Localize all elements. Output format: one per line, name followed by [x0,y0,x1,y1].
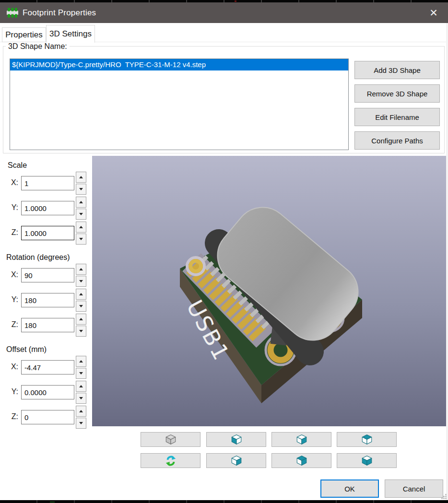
axis-z-label: Z: [0,228,18,237]
view-top-button[interactable] [337,432,397,447]
3d-model-render: USB1 [92,156,446,426]
shape-list-item-selected[interactable]: ${KIPRJMOD}/Type-C.pretty/HRO TYPE-C-31-… [10,59,348,70]
offset-y-down-button[interactable] [76,393,86,404]
top-view-cube-icon [361,433,373,446]
axis-y-label: Y: [0,387,18,396]
view-front-button[interactable] [271,432,331,447]
shape-name-label: 3D Shape Name: [6,42,70,51]
bottom-view-cube-icon [361,455,373,467]
offset-x-input[interactable] [21,360,74,374]
offset-x-down-button[interactable] [76,368,86,379]
down-arrow-icon [79,188,83,190]
up-arrow-icon [79,226,83,228]
scale-y-up-button[interactable] [76,197,86,208]
footprint-icon [6,8,19,18]
remove-3d-shape-button[interactable]: Remove 3D Shape [354,84,440,103]
scale-x-up-button[interactable] [76,172,86,183]
scale-z-up-button[interactable] [76,222,86,233]
background-app-strip-bottom [0,500,448,503]
view-back-button[interactable] [271,453,331,468]
right-view-cube-icon [230,455,243,467]
offset-x-up-button[interactable] [76,356,86,367]
view-left-button[interactable] [206,432,266,447]
rotation-z-down-button[interactable] [76,326,86,337]
shape-list[interactable]: ${KIPRJMOD}/Type-C.pretty/HRO TYPE-C-31-… [10,58,349,150]
up-arrow-icon [79,201,83,203]
scale-x-input[interactable] [21,176,74,190]
axis-y-label: Y: [0,295,18,304]
background-red-mark [235,0,236,2]
down-arrow-icon [79,422,83,424]
offset-z-up-button[interactable] [76,406,86,417]
add-3d-shape-button[interactable]: Add 3D Shape [354,61,440,79]
view-isometric-button[interactable] [141,432,200,447]
isometric-cube-icon [165,433,177,446]
down-arrow-icon [79,305,83,307]
offset-x-stepper [76,356,86,379]
cancel-button[interactable]: Cancel [385,480,443,498]
rotation-x-stepper [76,264,86,287]
scale-z-input[interactable] [21,226,74,240]
rotation-z-input[interactable] [21,318,74,332]
rotation-y-input[interactable] [21,293,74,307]
offset-z-stepper [76,406,86,429]
view-right-button[interactable] [206,453,266,468]
rotation-section-label: Rotation (degrees) [6,253,70,262]
scale-z-down-button[interactable] [76,234,86,245]
down-arrow-icon [79,213,83,215]
rotation-y-up-button[interactable] [76,289,86,300]
axis-x-label: X: [0,270,18,279]
scale-y-stepper [76,197,86,220]
refresh-icon [165,455,177,467]
back-view-cube-icon [295,455,308,467]
down-arrow-icon [79,397,83,399]
scale-z-stepper [76,222,86,245]
close-button[interactable]: ✕ [423,2,444,23]
offset-z-input[interactable] [21,410,74,424]
rotation-x-input[interactable] [21,268,74,282]
front-view-cube-icon [295,433,308,446]
configure-paths-button[interactable]: Configure Paths [354,131,440,150]
axis-z-label: Z: [0,412,18,421]
resize-grip[interactable] [441,494,443,495]
view-refresh-button[interactable] [141,453,200,468]
rotation-z-up-button[interactable] [76,314,86,325]
view-bottom-button[interactable] [337,453,397,468]
up-arrow-icon [79,410,83,412]
axis-y-label: Y: [0,203,18,212]
down-arrow-icon [79,280,83,282]
rotation-y-down-button[interactable] [76,301,86,312]
scale-x-stepper [76,172,86,195]
axis-x-label: X: [0,363,18,371]
axis-z-label: Z: [0,320,18,329]
up-arrow-icon [79,268,83,270]
up-arrow-icon [79,385,83,387]
scale-y-down-button[interactable] [76,209,86,220]
up-arrow-icon [79,176,83,178]
3d-preview-viewport[interactable]: USB1 [92,156,446,426]
up-arrow-icon [79,360,83,363]
offset-z-down-button[interactable] [76,418,86,429]
ok-button[interactable]: OK [320,480,379,498]
offset-y-input[interactable] [21,385,74,399]
rotation-y-stepper [76,289,86,312]
up-arrow-icon [79,318,83,320]
axis-x-label: X: [0,178,18,187]
background-green-mark [50,502,55,503]
down-arrow-icon [79,372,83,374]
offset-section-label: Offset (mm) [6,345,47,354]
tab-properties[interactable]: Properties [2,27,46,42]
edit-filename-button[interactable]: Edit Filename [354,108,440,126]
down-arrow-icon [79,238,83,240]
scale-x-down-button[interactable] [76,184,86,195]
down-arrow-icon [79,330,83,332]
offset-y-stepper [76,381,86,404]
rotation-x-up-button[interactable] [76,264,86,275]
rotation-z-stepper [76,314,86,337]
scale-y-input[interactable] [21,201,74,215]
titlebar: Footprint Properties ✕ [0,2,448,23]
offset-y-up-button[interactable] [76,381,86,392]
tab-3d-settings[interactable]: 3D Settings [46,25,95,43]
footprint-properties-dialog: Footprint Properties ✕ Properties 3D Set… [0,0,448,503]
rotation-x-down-button[interactable] [76,276,86,287]
